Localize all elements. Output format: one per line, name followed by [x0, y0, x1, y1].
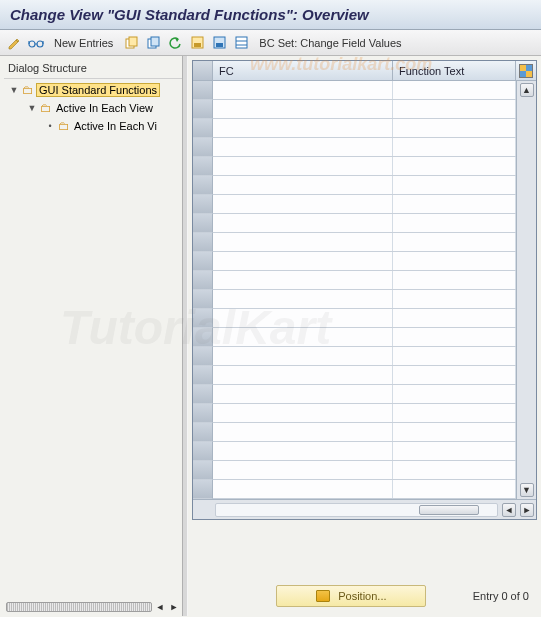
row-selector[interactable] — [193, 442, 213, 461]
cell-function-text[interactable] — [393, 385, 516, 403]
cell-function-text[interactable] — [393, 271, 516, 289]
cell-fc[interactable] — [213, 176, 393, 194]
row-selector[interactable] — [193, 290, 213, 309]
cell-function-text[interactable] — [393, 119, 516, 137]
cell-fc[interactable] — [213, 119, 393, 137]
table-row[interactable] — [213, 138, 516, 157]
table-row[interactable] — [213, 347, 516, 366]
cell-function-text[interactable] — [393, 138, 516, 156]
other-view-icon[interactable] — [26, 33, 46, 53]
row-selector[interactable] — [193, 119, 213, 138]
row-selector[interactable] — [193, 423, 213, 442]
table-row[interactable] — [213, 214, 516, 233]
row-selector[interactable] — [193, 138, 213, 157]
table-row[interactable] — [213, 328, 516, 347]
tree-expand-icon[interactable]: ▼ — [8, 85, 20, 95]
cell-fc[interactable] — [213, 290, 393, 308]
scroll-down-icon[interactable]: ▼ — [520, 483, 534, 497]
table-row[interactable] — [213, 157, 516, 176]
cell-fc[interactable] — [213, 100, 393, 118]
tree-node-gui-standard-functions[interactable]: ▼ 🗀 GUI Standard Functions — [4, 81, 182, 99]
table-row[interactable] — [213, 480, 516, 499]
cell-function-text[interactable] — [393, 214, 516, 232]
table-row[interactable] — [213, 385, 516, 404]
tree-expand-icon[interactable]: ▼ — [26, 103, 38, 113]
cell-fc[interactable] — [213, 328, 393, 346]
table-row[interactable] — [213, 309, 516, 328]
row-selector[interactable] — [193, 404, 213, 423]
row-selector[interactable] — [193, 100, 213, 119]
table-row[interactable] — [213, 233, 516, 252]
cell-function-text[interactable] — [393, 100, 516, 118]
cell-fc[interactable] — [213, 233, 393, 251]
cell-fc[interactable] — [213, 214, 393, 232]
row-selector[interactable] — [193, 480, 213, 499]
table-row[interactable] — [213, 442, 516, 461]
scroll-left-icon[interactable]: ◄ — [502, 503, 516, 517]
cell-fc[interactable] — [213, 81, 393, 99]
cell-fc[interactable] — [213, 442, 393, 460]
cell-fc[interactable] — [213, 252, 393, 270]
bcset-button[interactable]: BC Set: Change Field Values — [253, 33, 407, 53]
table-row[interactable] — [213, 100, 516, 119]
row-selector[interactable] — [193, 252, 213, 271]
tree-scroll-left-icon[interactable]: ◄ — [154, 601, 166, 613]
new-entries-button[interactable]: New Entries — [48, 33, 119, 53]
delete-icon[interactable] — [143, 33, 163, 53]
cell-function-text[interactable] — [393, 423, 516, 441]
table-vertical-scrollbar[interactable]: ▲ ▼ — [516, 81, 536, 499]
cell-function-text[interactable] — [393, 290, 516, 308]
cell-function-text[interactable] — [393, 404, 516, 422]
copy-as-icon[interactable] — [121, 33, 141, 53]
row-selector[interactable] — [193, 214, 213, 233]
cell-fc[interactable] — [213, 366, 393, 384]
table-row[interactable] — [213, 271, 516, 290]
table-row[interactable] — [213, 119, 516, 138]
row-selector[interactable] — [193, 347, 213, 366]
cell-function-text[interactable] — [393, 347, 516, 365]
tree-node-active-in-each-view[interactable]: ▼ 🗀 Active In Each View — [4, 99, 182, 117]
cell-fc[interactable] — [213, 480, 393, 498]
table-row[interactable] — [213, 81, 516, 100]
table-row[interactable] — [213, 252, 516, 271]
row-selector[interactable] — [193, 233, 213, 252]
cell-function-text[interactable] — [393, 81, 516, 99]
row-selector[interactable] — [193, 195, 213, 214]
row-selector[interactable] — [193, 328, 213, 347]
cell-fc[interactable] — [213, 404, 393, 422]
row-selector[interactable] — [193, 81, 213, 100]
cell-function-text[interactable] — [393, 176, 516, 194]
undo-icon[interactable] — [165, 33, 185, 53]
cell-function-text[interactable] — [393, 328, 516, 346]
cell-function-text[interactable] — [393, 442, 516, 460]
row-selector[interactable] — [193, 366, 213, 385]
cell-function-text[interactable] — [393, 309, 516, 327]
table-row[interactable] — [213, 423, 516, 442]
row-selector[interactable] — [193, 157, 213, 176]
table-row[interactable] — [213, 176, 516, 195]
cell-fc[interactable] — [213, 461, 393, 479]
cell-fc[interactable] — [213, 385, 393, 403]
table-row[interactable] — [213, 404, 516, 423]
cell-fc[interactable] — [213, 347, 393, 365]
select-all-icon[interactable] — [187, 33, 207, 53]
row-selector[interactable] — [193, 309, 213, 328]
cell-function-text[interactable] — [393, 461, 516, 479]
cell-fc[interactable] — [213, 271, 393, 289]
position-button[interactable]: Position... — [276, 585, 426, 607]
cell-function-text[interactable] — [393, 252, 516, 270]
scroll-up-icon[interactable]: ▲ — [520, 83, 534, 97]
row-selector-header[interactable] — [193, 61, 213, 81]
table-settings-button[interactable] — [516, 61, 536, 81]
cell-fc[interactable] — [213, 423, 393, 441]
cell-function-text[interactable] — [393, 157, 516, 175]
table-row[interactable] — [213, 290, 516, 309]
cell-function-text[interactable] — [393, 233, 516, 251]
toggle-change-icon[interactable] — [4, 33, 24, 53]
select-block-icon[interactable] — [209, 33, 229, 53]
row-selector[interactable] — [193, 385, 213, 404]
dialog-structure-tree[interactable]: ▼ 🗀 GUI Standard Functions ▼ 🗀 Active In… — [4, 78, 182, 598]
hscroll-track[interactable] — [215, 503, 498, 517]
tree-node-active-in-each-view-child[interactable]: • 🗀 Active In Each Vi — [4, 117, 182, 135]
hscroll-thumb[interactable] — [419, 505, 479, 515]
